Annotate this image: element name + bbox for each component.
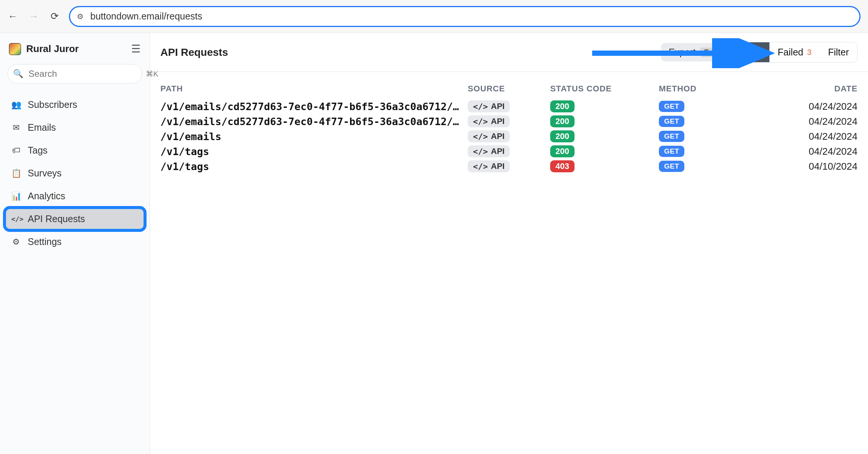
col-source: SOURCE bbox=[468, 84, 546, 94]
code-icon: </> bbox=[473, 147, 488, 156]
request-status: 200 bbox=[550, 100, 655, 112]
users-icon: 👥 bbox=[11, 100, 21, 110]
workspace-switcher[interactable]: Rural Juror ☰ bbox=[4, 40, 145, 58]
request-path: /v1/emails/cd5277d63-7ec0-4f77-b6f5-36a3… bbox=[160, 116, 464, 127]
segment-failed-count: 3 bbox=[807, 48, 811, 57]
sidebar-item-label: Analytics bbox=[28, 191, 65, 202]
sidebar-item-label: Tags bbox=[28, 145, 48, 156]
request-path: /v1/tags bbox=[160, 161, 464, 172]
clipboard-icon: 📋 bbox=[11, 169, 21, 178]
main-content: API Requests Export E All 45 Failed 3 bbox=[150, 33, 868, 454]
export-button[interactable]: Export E bbox=[661, 43, 720, 61]
request-path: /v1/emails bbox=[160, 131, 464, 142]
table-row[interactable]: /v1/tags</>API403GET04/10/2024 bbox=[160, 159, 858, 174]
request-date: 04/24/2024 bbox=[753, 146, 858, 157]
col-path: PATH bbox=[160, 84, 464, 94]
chart-icon: 📊 bbox=[11, 191, 21, 201]
workspace-avatar bbox=[9, 43, 21, 55]
segment-all-label: All bbox=[736, 47, 748, 58]
table-row[interactable]: /v1/tags</>API200GET04/24/2024 bbox=[160, 144, 858, 159]
table-header: PATH SOURCE STATUS CODE METHOD DATE bbox=[160, 79, 858, 99]
request-path: /v1/tags bbox=[160, 146, 464, 157]
request-status: 200 bbox=[550, 115, 655, 127]
reload-button[interactable]: ⟳ bbox=[49, 11, 60, 22]
url-text: buttondown.email/requests bbox=[90, 11, 202, 22]
sidebar-item-label: API Requests bbox=[28, 214, 85, 224]
search-field[interactable] bbox=[28, 69, 141, 79]
search-icon: 🔍 bbox=[13, 69, 23, 79]
request-source: </>API bbox=[468, 145, 546, 157]
menu-icon[interactable]: ☰ bbox=[131, 43, 141, 55]
segment-all-count: 45 bbox=[752, 48, 761, 57]
segment-failed-label: Failed bbox=[778, 47, 803, 58]
sidebar-item-api-requests[interactable]: </>API Requests bbox=[4, 208, 145, 230]
code-icon: </> bbox=[473, 117, 488, 126]
back-button[interactable]: ← bbox=[7, 11, 18, 22]
request-status: 200 bbox=[550, 145, 655, 157]
sidebar-item-label: Emails bbox=[28, 122, 56, 133]
address-bar[interactable]: ⚙ buttondown.email/requests bbox=[69, 6, 861, 27]
table-row[interactable]: /v1/emails</>API200GET04/24/2024 bbox=[160, 129, 858, 144]
sidebar-item-tags[interactable]: 🏷Tags bbox=[4, 139, 145, 162]
code-icon: </> bbox=[473, 162, 488, 171]
browser-toolbar: ← → ⟳ ⚙ buttondown.email/requests bbox=[0, 0, 868, 33]
page-header: API Requests Export E All 45 Failed 3 bbox=[150, 33, 868, 72]
sidebar-item-label: Surveys bbox=[28, 168, 61, 179]
sidebar-item-label: Subscribers bbox=[28, 99, 77, 110]
request-date: 04/24/2024 bbox=[753, 116, 858, 127]
sidebar-item-settings[interactable]: ⚙Settings bbox=[4, 230, 145, 253]
sidebar-item-analytics[interactable]: 📊Analytics bbox=[4, 185, 145, 208]
request-method: GET bbox=[659, 161, 749, 172]
sidebar-item-label: Settings bbox=[28, 236, 61, 247]
request-date: 04/10/2024 bbox=[753, 161, 858, 172]
workspace-name: Rural Juror bbox=[26, 43, 126, 55]
page-title: API Requests bbox=[160, 46, 654, 58]
sidebar-item-surveys[interactable]: 📋Surveys bbox=[4, 162, 145, 185]
segment-failed[interactable]: Failed 3 bbox=[769, 42, 820, 62]
gear-icon: ⚙ bbox=[11, 237, 21, 247]
code-icon: </> bbox=[473, 132, 488, 141]
request-status: 403 bbox=[550, 160, 655, 172]
code-icon: </> bbox=[473, 102, 488, 111]
filter-label: Filter bbox=[828, 47, 849, 58]
request-date: 04/24/2024 bbox=[753, 131, 858, 142]
request-source: </>API bbox=[468, 115, 546, 127]
sidebar-item-subscribers[interactable]: 👥Subscribers bbox=[4, 93, 145, 116]
segment-all[interactable]: All 45 bbox=[728, 42, 769, 62]
sidebar: Rural Juror ☰ 🔍 ⌘K 👥Subscribers✉Emails🏷T… bbox=[0, 33, 150, 454]
col-date: DATE bbox=[753, 84, 858, 94]
site-settings-icon[interactable]: ⚙ bbox=[77, 12, 84, 21]
table-row[interactable]: /v1/emails/cd5277d63-7ec0-4f77-b6f5-36a3… bbox=[160, 114, 858, 129]
filter-button[interactable]: Filter bbox=[820, 42, 857, 62]
export-label: Export bbox=[669, 47, 696, 58]
code-icon: </> bbox=[11, 215, 21, 223]
envelope-icon: ✉ bbox=[11, 123, 21, 133]
request-method: GET bbox=[659, 101, 749, 112]
sidebar-item-emails[interactable]: ✉Emails bbox=[4, 116, 145, 139]
col-method: METHOD bbox=[659, 84, 749, 94]
request-path: /v1/emails/cd5277d63-7ec0-4f77-b6f5-36a3… bbox=[160, 101, 464, 112]
col-status: STATUS CODE bbox=[550, 84, 655, 94]
tag-icon: 🏷 bbox=[11, 146, 21, 155]
sidebar-nav: 👥Subscribers✉Emails🏷Tags📋Surveys📊Analyti… bbox=[4, 93, 145, 253]
browser-nav: ← → ⟳ bbox=[7, 11, 60, 22]
search-input[interactable]: 🔍 ⌘K bbox=[7, 64, 142, 84]
request-status: 200 bbox=[550, 130, 655, 142]
request-date: 04/24/2024 bbox=[753, 101, 858, 112]
table-row[interactable]: /v1/emails/cd5277d63-7ec0-4f77-b6f5-36a3… bbox=[160, 99, 858, 114]
status-filter-segmented: All 45 Failed 3 Filter bbox=[728, 42, 858, 63]
request-source: </>API bbox=[468, 130, 546, 142]
forward-button[interactable]: → bbox=[28, 11, 39, 22]
request-method: GET bbox=[659, 146, 749, 157]
requests-table: PATH SOURCE STATUS CODE METHOD DATE /v1/… bbox=[150, 72, 868, 181]
request-source: </>API bbox=[468, 100, 546, 112]
export-shortcut: E bbox=[700, 48, 712, 57]
request-source: </>API bbox=[468, 160, 546, 172]
request-method: GET bbox=[659, 131, 749, 142]
request-method: GET bbox=[659, 116, 749, 127]
